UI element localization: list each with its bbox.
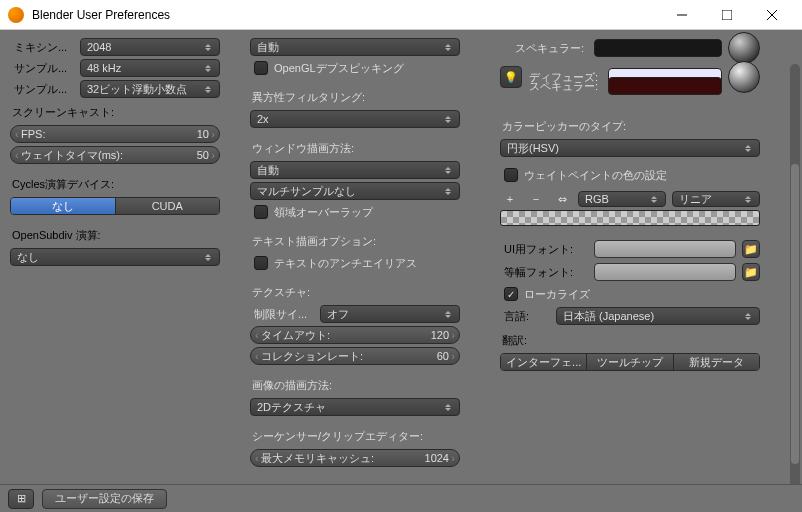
language-select[interactable]: 日本語 (Japanese) (556, 307, 760, 325)
specular-label-2: スペキュラー: (528, 79, 602, 94)
text-aa-checkbox[interactable]: テキストのアンチエイリアス (250, 254, 460, 272)
column-middle: 自動 OpenGLデプスピッキング 異方性フィルタリング: 2x ウィンドウ描画… (250, 38, 460, 480)
ui-font-label: UI用フォント: (500, 242, 588, 257)
ui-font-browse-icon[interactable]: 📁 (742, 240, 760, 258)
window-draw-select[interactable]: 自動 (250, 161, 460, 179)
specular-label-1: スペキュラー: (500, 41, 588, 56)
translate-segmented: インターフェ... ツールチップ 新規データ (500, 353, 760, 371)
translate-label: 翻訳: (500, 329, 760, 350)
color-ramp[interactable] (500, 210, 760, 226)
translate-tooltip-button[interactable]: ツールチップ (587, 354, 673, 370)
mixing-label: ミキシン... (10, 40, 80, 55)
scrollbar[interactable] (790, 64, 800, 494)
opensubdiv-header: OpenSubdiv 演算: (10, 224, 220, 245)
fps-field[interactable]: FPS:10 (10, 125, 220, 143)
close-button[interactable] (749, 0, 794, 30)
text-draw-header: テキスト描画オプション: (250, 230, 460, 251)
maximize-button[interactable] (704, 0, 749, 30)
cycles-cuda-button[interactable]: CUDA (116, 198, 220, 214)
translate-newdata-button[interactable]: 新規データ (674, 354, 759, 370)
limit-size-label: 制限サイ... (250, 307, 320, 322)
aniso-header: 異方性フィルタリング: (250, 86, 460, 107)
specular-color-1[interactable] (594, 39, 722, 57)
cycles-device-segmented: なし CUDA (10, 197, 220, 215)
cycles-header: Cycles演算デバイス: (10, 173, 220, 194)
remove-stop-icon[interactable]: − (526, 193, 546, 205)
column-left: ミキシン... 2048 サンプル... 48 kHz サンプル... 32ビッ… (10, 38, 220, 480)
language-label: 言語: (500, 309, 550, 324)
ui-font-input[interactable] (594, 240, 736, 258)
interpolation-select[interactable]: リニア (672, 191, 760, 207)
sequencer-header: シーケンサー/クリップエディター: (250, 425, 460, 446)
sample-rate-select[interactable]: 48 kHz (80, 59, 220, 77)
blender-icon (8, 7, 24, 23)
colorpicker-header: カラーピッカーのタイプ: (500, 115, 760, 136)
colorpicker-select[interactable]: 円形(HSV) (500, 139, 760, 157)
scrollbar-thumb[interactable] (791, 164, 799, 464)
aniso-select[interactable]: 2x (250, 110, 460, 128)
color-ramp-toolbar: + − ⇔ RGB リニア (500, 191, 760, 207)
mono-font-label: 等幅フォント: (500, 265, 588, 280)
image-draw-header: 画像の描画方法: (250, 374, 460, 395)
localize-checkbox[interactable]: ローカライズ (500, 285, 760, 303)
flip-icon[interactable]: ⇔ (552, 193, 572, 206)
opengl-depth-checkbox[interactable]: OpenGLデプスピッキング (250, 59, 460, 77)
minimize-button[interactable] (659, 0, 704, 30)
add-stop-icon[interactable]: + (500, 193, 520, 205)
image-draw-select[interactable]: 2Dテクスチャ (250, 398, 460, 416)
preview-sphere-1 (728, 32, 760, 64)
sample-rate-label: サンプル... (10, 61, 80, 76)
translate-interface-button[interactable]: インターフェ... (501, 354, 587, 370)
color-mode-select[interactable]: RGB (578, 191, 666, 207)
timeout-field[interactable]: タイムアウト:120 (250, 326, 460, 344)
save-user-settings-button[interactable]: ユーザー設定の保存 (42, 489, 167, 509)
weight-paint-checkbox[interactable]: ウェイトペイントの色の設定 (500, 166, 760, 184)
wait-timer-field[interactable]: ウェイトタイマ(ms):50 (10, 146, 220, 164)
column-right: スペキュラー: 💡 ディフューズ: スペキュラー: カラーピッカーのタイプ: 円… (500, 38, 760, 480)
mono-font-input[interactable] (594, 263, 736, 281)
window-draw-header: ウィンドウ描画方法: (250, 137, 460, 158)
bottom-bar: ⊞ ユーザー設定の保存 (0, 484, 802, 512)
collection-rate-field[interactable]: コレクションレート:60 (250, 347, 460, 365)
content-area: ミキシン... 2048 サンプル... 48 kHz サンプル... 32ビッ… (0, 30, 802, 480)
specular-color-2[interactable] (608, 77, 722, 95)
opensubdiv-select[interactable]: なし (10, 248, 220, 266)
titlebar: Blender User Preferences (0, 0, 802, 30)
multisample-select[interactable]: マルチサンプルなし (250, 182, 460, 200)
mono-font-browse-icon[interactable]: 📁 (742, 263, 760, 281)
window-title: Blender User Preferences (32, 8, 659, 22)
region-overlap-checkbox[interactable]: 領域オーバーラップ (250, 203, 460, 221)
sample-format-label: サンプル... (10, 82, 80, 97)
mixing-select[interactable]: 2048 (80, 38, 220, 56)
editor-type-icon[interactable]: ⊞ (8, 489, 34, 509)
limit-size-select[interactable]: オフ (320, 305, 460, 323)
svg-rect-1 (722, 10, 732, 20)
memcache-field[interactable]: 最大メモリキャッシュ:1024 (250, 449, 460, 467)
cycles-none-button[interactable]: なし (11, 198, 116, 214)
sample-format-select[interactable]: 32ビット浮動小数点 (80, 80, 220, 98)
auto-select[interactable]: 自動 (250, 38, 460, 56)
screencast-header: スクリーンキャスト: (10, 101, 220, 122)
texture-header: テクスチャ: (250, 281, 460, 302)
